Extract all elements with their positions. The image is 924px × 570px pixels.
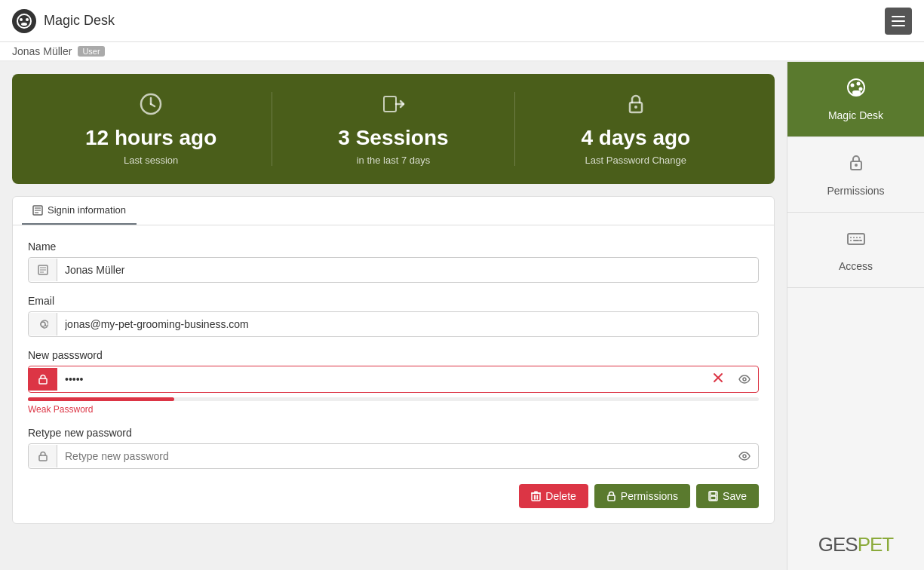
svg-point-42 [858, 87, 862, 91]
user-role-badge: User [78, 46, 104, 57]
new-password-group: New passsword [28, 349, 759, 415]
retype-password-input[interactable] [57, 444, 731, 468]
tab-bar: Signin information [13, 197, 774, 225]
form-body: Name [13, 225, 774, 523]
svg-point-0 [17, 14, 31, 28]
permissions-button[interactable]: Permissions [594, 484, 690, 508]
app-logo [12, 9, 36, 33]
lock-icon [624, 92, 648, 121]
main-layout: 12 hours ago Last session 3 Sessions in … [0, 62, 924, 570]
sidebar-item-magic-desk[interactable]: Magic Desk [787, 62, 924, 137]
at-icon [29, 313, 57, 336]
new-password-input[interactable] [57, 367, 705, 391]
password-strength-fill [28, 397, 174, 401]
sidebar-access-label: Access [839, 260, 873, 272]
name-group: Name [28, 241, 759, 283]
sidebar-permissions-label: Permissions [827, 185, 884, 197]
retype-password-toggle-btn[interactable] [731, 446, 758, 467]
svg-rect-38 [711, 496, 716, 500]
last-session-label: Last session [124, 155, 178, 166]
eye-icon [738, 375, 751, 384]
content-area: 12 hours ago Last session 3 Sessions in … [0, 62, 787, 570]
form-panel: Signin information Name [12, 196, 775, 524]
permissions-button-label: Permissions [621, 490, 678, 502]
app-title: Magic Desk [44, 13, 115, 29]
logo-prefix: GESPET [818, 533, 894, 556]
svg-line-9 [151, 104, 155, 106]
password-change-value: 4 days ago [581, 126, 690, 150]
svg-rect-10 [384, 97, 396, 112]
name-input-wrapper [28, 257, 759, 283]
signin-tab-icon [32, 205, 43, 216]
last-session-value: 12 hours ago [85, 126, 216, 150]
name-input[interactable] [57, 258, 758, 282]
permissions-lock-icon [606, 491, 616, 501]
name-prefix-icon [29, 259, 57, 281]
gespet-logo: GESPET [787, 518, 924, 570]
palette-icon [846, 77, 867, 103]
action-bar: Delete Permissions [28, 484, 759, 508]
lock2-prefix-icon [29, 445, 57, 467]
stat-sessions: 3 Sessions in the last 7 days [272, 92, 514, 166]
stats-bar: 12 hours ago Last session 3 Sessions in … [12, 74, 775, 184]
signin-icon [381, 92, 405, 121]
new-password-input-wrapper [28, 366, 759, 393]
keyboard-icon [846, 228, 867, 254]
stat-password-change: 4 days ago Last Password Change [514, 92, 757, 166]
svg-point-2 [26, 18, 29, 21]
tab-signin-info[interactable]: Signin information [22, 197, 137, 225]
topbar: Magic Desk [0, 0, 924, 42]
svg-rect-4 [892, 16, 905, 17]
clear-icon [713, 372, 723, 386]
svg-point-41 [856, 82, 860, 86]
save-button-label: Save [723, 490, 747, 502]
email-label: Email [28, 295, 759, 307]
retype-password-group: Retype new password [28, 427, 759, 469]
svg-point-28 [743, 455, 746, 458]
permissions-icon [846, 152, 867, 179]
save-button[interactable]: Save [696, 484, 759, 508]
svg-rect-27 [39, 455, 47, 461]
eye2-icon [738, 452, 751, 461]
svg-rect-35 [608, 495, 615, 501]
svg-point-13 [634, 106, 637, 109]
email-input-wrapper [28, 311, 759, 337]
new-password-label: New passsword [28, 349, 759, 361]
retype-password-input-wrapper [28, 443, 759, 469]
svg-rect-45 [848, 234, 864, 244]
stat-last-session: 12 hours ago Last session [30, 92, 272, 166]
email-input[interactable] [57, 312, 758, 336]
password-toggle-btn[interactable] [731, 369, 758, 390]
user-info-bar: Jonas Müller User [0, 42, 924, 62]
svg-point-26 [743, 378, 746, 381]
svg-point-3 [21, 23, 27, 26]
svg-point-44 [855, 164, 858, 167]
svg-rect-5 [892, 20, 905, 22]
username-display: Jonas Müller [12, 45, 72, 57]
svg-point-1 [20, 18, 23, 21]
svg-point-40 [850, 84, 854, 87]
password-strength-bar [28, 397, 759, 401]
sidebar-item-permissions[interactable]: Permissions [787, 137, 924, 213]
password-clear-btn[interactable] [705, 366, 731, 392]
tab-signin-info-label: Signin information [48, 204, 126, 216]
password-change-label: Last Password Change [585, 155, 686, 166]
svg-rect-6 [892, 25, 905, 26]
topbar-left: Magic Desk [12, 9, 115, 33]
name-label: Name [28, 241, 759, 253]
sessions-label: in the last 7 days [357, 155, 431, 166]
save-icon [708, 491, 718, 501]
retype-password-label: Retype new password [28, 427, 759, 439]
delete-button[interactable]: Delete [519, 484, 588, 508]
svg-rect-23 [39, 378, 47, 384]
sessions-value: 3 Sessions [338, 126, 448, 150]
clock-icon [139, 92, 163, 121]
sidebar: Magic Desk Permissions [787, 62, 924, 570]
trash-icon [531, 491, 541, 501]
password-strength-text: Weak Password [28, 404, 759, 415]
sidebar-item-access[interactable]: Access [787, 213, 924, 288]
sidebar-magic-desk-label: Magic Desk [828, 109, 883, 121]
delete-button-label: Delete [545, 490, 576, 502]
lock-prefix-icon [29, 368, 57, 391]
hamburger-button[interactable] [885, 8, 912, 35]
